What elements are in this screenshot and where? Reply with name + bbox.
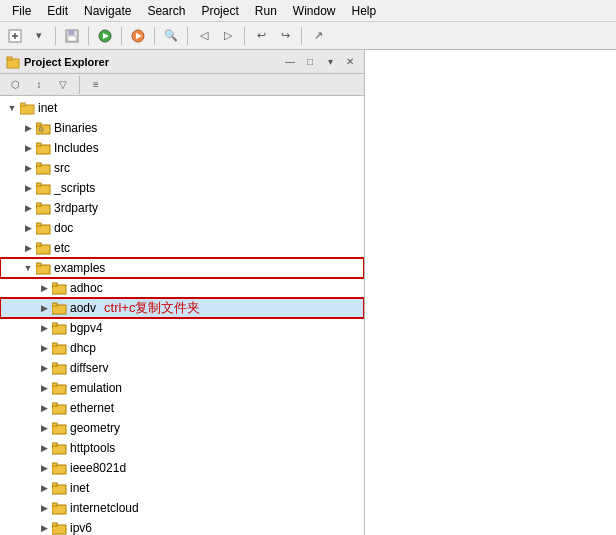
- toolbar-save[interactable]: [61, 25, 83, 47]
- arrow-dhcp: ▶: [36, 340, 52, 356]
- menu-file[interactable]: File: [4, 2, 39, 20]
- toolbar-export[interactable]: ↗: [307, 25, 329, 47]
- tree-item-dhcp[interactable]: ▶ dhcp: [0, 338, 364, 358]
- menu-project[interactable]: Project: [193, 2, 246, 20]
- menu-navigate[interactable]: Navigate: [76, 2, 139, 20]
- arrow-ethernet: ▶: [36, 400, 52, 416]
- folder-icon-scripts: [36, 180, 52, 196]
- panel-menu-btn[interactable]: ▾: [322, 54, 338, 70]
- tree-item-scripts[interactable]: ▶ _scripts: [0, 178, 364, 198]
- svg-rect-48: [52, 443, 57, 446]
- label-src: src: [54, 161, 70, 175]
- svg-rect-54: [52, 503, 57, 506]
- tree-item-emulation[interactable]: ▶ emulation: [0, 378, 364, 398]
- toolbar-separator-6: [244, 27, 245, 45]
- folder-icon-emulation: [52, 380, 68, 396]
- svg-rect-26: [36, 223, 41, 226]
- panel-close-btn[interactable]: ✕: [342, 54, 358, 70]
- toolbar-undo[interactable]: ↩: [250, 25, 272, 47]
- tree-item-doc[interactable]: ▶ doc: [0, 218, 364, 238]
- svg-rect-44: [52, 403, 57, 406]
- tree-item-etc[interactable]: ▶ etc: [0, 238, 364, 258]
- toolbar-run[interactable]: [94, 25, 116, 47]
- arrow-examples: ▼: [20, 260, 36, 276]
- toolbar-separator-4: [154, 27, 155, 45]
- tree-item-ethernet[interactable]: ▶ ethernet: [0, 398, 364, 418]
- arrow-scripts: ▶: [20, 180, 36, 196]
- project-tree[interactable]: ▼ inet ▶ ⚙: [0, 96, 364, 535]
- folder-icon-etc: [36, 240, 52, 256]
- tree-item-geometry[interactable]: ▶ geometry: [0, 418, 364, 438]
- tree-item-examples[interactable]: ▼ examples: [0, 258, 364, 278]
- folder-icon-httptools: [52, 440, 68, 456]
- menu-help[interactable]: Help: [344, 2, 385, 20]
- pp-toolbar-sync[interactable]: ↕: [28, 74, 50, 96]
- folder-icon-dhcp: [52, 340, 68, 356]
- menu-edit[interactable]: Edit: [39, 2, 76, 20]
- svg-rect-13: [20, 103, 25, 106]
- arrow-binaries: ▶: [20, 120, 36, 136]
- svg-rect-38: [52, 343, 57, 346]
- folder-icon-aodv: [52, 300, 68, 316]
- pp-toolbar-link[interactable]: ⬡: [4, 74, 26, 96]
- folder-icon-diffserv: [52, 360, 68, 376]
- toolbar-prev[interactable]: ◁: [193, 25, 215, 47]
- tree-item-httptools[interactable]: ▶ httptools: [0, 438, 364, 458]
- tree-item-includes[interactable]: ▶ Includes: [0, 138, 364, 158]
- svg-rect-18: [36, 143, 41, 146]
- arrow-diffserv: ▶: [36, 360, 52, 376]
- label-inet-child: inet: [70, 481, 89, 495]
- panel-title: Project Explorer: [24, 56, 278, 68]
- arrow-aodv: ▶: [36, 300, 52, 316]
- svg-rect-34: [52, 303, 57, 306]
- pp-toolbar-menu[interactable]: ≡: [85, 74, 107, 96]
- toolbar-dropdown[interactable]: ▾: [28, 25, 50, 47]
- folder-icon-src: [36, 160, 52, 176]
- folder-icon-geometry: [52, 420, 68, 436]
- menu-run[interactable]: Run: [247, 2, 285, 20]
- arrow-emulation: ▶: [36, 380, 52, 396]
- toolbar-new[interactable]: [4, 25, 26, 47]
- menu-search[interactable]: Search: [139, 2, 193, 20]
- svg-rect-42: [52, 383, 57, 386]
- svg-rect-11: [7, 57, 12, 60]
- panel-maximize-btn[interactable]: □: [302, 54, 318, 70]
- tree-item-inet-child[interactable]: ▶ inet: [0, 478, 364, 498]
- arrow-3rdparty: ▶: [20, 200, 36, 216]
- tree-item-ieee8021d[interactable]: ▶ ieee8021d: [0, 458, 364, 478]
- toolbar-next[interactable]: ▷: [217, 25, 239, 47]
- pp-toolbar-filter[interactable]: ▽: [52, 74, 74, 96]
- tree-item-inet[interactable]: ▼ inet: [0, 98, 364, 118]
- arrow-includes: ▶: [20, 140, 36, 156]
- tree-item-internetcloud[interactable]: ▶ internetcloud: [0, 498, 364, 518]
- tree-item-bgpv4[interactable]: ▶ bgpv4: [0, 318, 364, 338]
- label-emulation: emulation: [70, 381, 122, 395]
- svg-rect-30: [36, 263, 41, 266]
- arrow-geometry: ▶: [36, 420, 52, 436]
- label-dhcp: dhcp: [70, 341, 96, 355]
- label-ipv6: ipv6: [70, 521, 92, 535]
- label-diffserv: diffserv: [70, 361, 108, 375]
- panel-collapse-btn[interactable]: —: [282, 54, 298, 70]
- menu-window[interactable]: Window: [285, 2, 344, 20]
- label-3rdparty: 3rdparty: [54, 201, 98, 215]
- svg-rect-46: [52, 423, 57, 426]
- svg-rect-56: [52, 523, 57, 526]
- svg-rect-32: [52, 283, 57, 286]
- tree-item-binaries[interactable]: ▶ ⚙ Binaries: [0, 118, 364, 138]
- toolbar-redo[interactable]: ↪: [274, 25, 296, 47]
- aodv-annotation: ctrl+c复制文件夹: [104, 299, 200, 317]
- svg-rect-5: [68, 36, 76, 41]
- tree-item-aodv[interactable]: ▶ aodv ctrl+c复制文件夹: [0, 298, 364, 318]
- label-geometry: geometry: [70, 421, 120, 435]
- tree-item-ipv6[interactable]: ▶ ipv6: [0, 518, 364, 535]
- tree-item-3rdparty[interactable]: ▶ 3rdparty: [0, 198, 364, 218]
- menubar: File Edit Navigate Search Project Run Wi…: [0, 0, 616, 22]
- tree-item-adhoc[interactable]: ▶ adhoc: [0, 278, 364, 298]
- tree-item-src[interactable]: ▶ src: [0, 158, 364, 178]
- tree-item-diffserv[interactable]: ▶ diffserv: [0, 358, 364, 378]
- folder-icon-ieee8021d: [52, 460, 68, 476]
- folder-icon-examples: [36, 260, 52, 276]
- toolbar-debug[interactable]: [127, 25, 149, 47]
- toolbar-search[interactable]: 🔍: [160, 25, 182, 47]
